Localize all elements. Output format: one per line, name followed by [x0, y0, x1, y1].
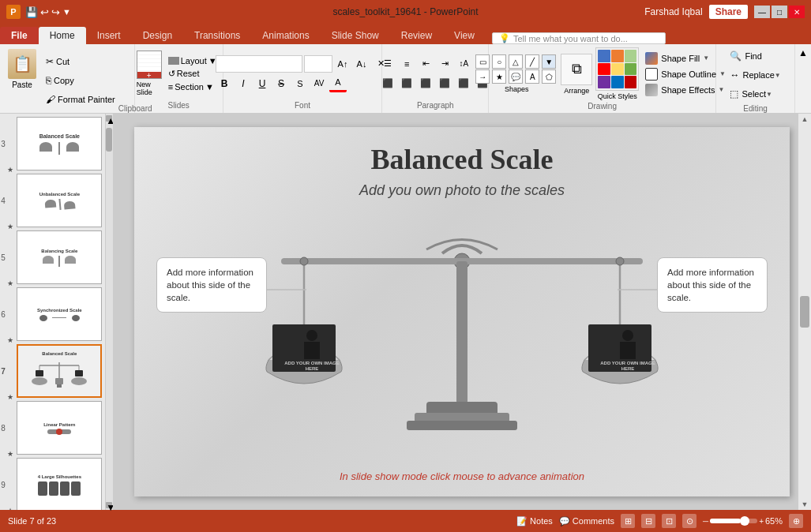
align-left-button[interactable]: ⬛ — [379, 75, 396, 92]
customize-icon[interactable]: ▼ — [62, 7, 71, 17]
tab-transitions[interactable]: Transitions — [183, 27, 251, 44]
justify-button[interactable]: ⬛ — [436, 75, 453, 92]
zoom-handle[interactable] — [740, 516, 749, 526]
grid-view-button[interactable]: ⊟ — [641, 514, 655, 528]
canvas-scroll-down[interactable]: ▼ — [800, 499, 810, 510]
tab-animations[interactable]: Animations — [251, 27, 320, 44]
slide-thumb-9[interactable]: 4 Large Silhouettes — [17, 458, 102, 510]
callout-left[interactable]: Add more information about this side of … — [156, 257, 267, 313]
close-button[interactable]: ✕ — [789, 6, 805, 18]
tab-review[interactable]: Review — [390, 27, 443, 44]
quick-styles-label: Quick Styles — [598, 92, 637, 100]
save-icon[interactable]: 💾 — [25, 6, 38, 18]
zoom-slider[interactable] — [710, 519, 757, 523]
ribbon-collapse[interactable]: ▲ — [795, 44, 811, 113]
align-right-button[interactable]: ⬛ — [417, 75, 434, 92]
italic-button[interactable]: I — [235, 75, 252, 92]
font-shrink-button[interactable]: A↓ — [353, 55, 370, 73]
canvas-scroll-up[interactable]: ▲ — [800, 114, 810, 125]
tab-slideshow[interactable]: Slide Show — [321, 27, 390, 44]
undo-icon[interactable]: ↩ — [40, 6, 49, 18]
slide-thumb-7[interactable]: Balanced Scale — [17, 344, 102, 398]
slide[interactable]: Balanced Scale Add you own photo to the … — [134, 127, 790, 496]
share-button[interactable]: Share — [709, 5, 748, 19]
font-name-input[interactable] — [216, 55, 302, 73]
normal-view-button[interactable]: ⊞ — [621, 514, 635, 528]
scroll-down-arrow[interactable]: ▼ — [106, 502, 112, 508]
copy-button[interactable]: ⎘Copy — [43, 72, 118, 89]
font-color-button[interactable]: A — [329, 75, 347, 92]
reset-button[interactable]: ↺ Reset — [164, 68, 221, 80]
reading-view-button[interactable]: ⊡ — [662, 514, 676, 528]
scroll-up-arrow[interactable]: ▲ — [106, 115, 112, 122]
fit-slide-button[interactable]: ⊕ — [789, 514, 803, 528]
thumb-3-content: Balanced Scale — [38, 132, 81, 156]
tab-insert[interactable]: Insert — [86, 27, 132, 44]
quick-styles-button[interactable]: Quick Styles — [595, 47, 639, 100]
shape-triangle[interactable]: △ — [509, 54, 523, 69]
tab-home[interactable]: Home — [39, 27, 86, 44]
right-pan-image[interactable]: ADD YOUR OWN IMAGE HERE — [596, 327, 659, 374]
slide-thumb-6[interactable]: Synchronized Scale — [17, 287, 102, 341]
presenter-view-button[interactable]: ⊙ — [682, 514, 696, 528]
comments-button[interactable]: 💬 Comments — [559, 516, 614, 526]
bullet-list-button[interactable]: ☰ — [379, 55, 396, 73]
layout-button[interactable]: Layout▼ — [164, 55, 221, 66]
align-center-button[interactable]: ⬛ — [398, 75, 415, 92]
zoom-minus[interactable]: ─ — [703, 517, 708, 526]
shape-rect[interactable]: ▭ — [475, 54, 490, 69]
replace-button[interactable]: ↔ Replace ▼ — [727, 66, 783, 84]
slide-thumb-8[interactable]: Linear Pattern — [17, 401, 102, 455]
text-direction-button[interactable]: ↕A — [455, 55, 472, 73]
columns-button[interactable]: ⬛ — [455, 75, 472, 92]
slide-thumb-3[interactable]: Balanced Scale — [17, 117, 102, 170]
tab-view[interactable]: View — [443, 27, 486, 44]
maximize-button[interactable]: □ — [772, 6, 787, 18]
scroll-thumb[interactable] — [106, 128, 112, 152]
canvas-scrollbar[interactable]: ▲ ▼ — [798, 114, 811, 510]
zoom-controls[interactable]: ─ + 65% — [703, 516, 783, 526]
numbered-list-button[interactable]: ≡ — [398, 55, 415, 73]
minimize-button[interactable]: — — [754, 6, 770, 18]
notes-button[interactable]: 📝 Notes — [516, 516, 553, 526]
shape-more[interactable]: ▼ — [542, 54, 556, 69]
shape-pentagon[interactable]: ⬠ — [542, 69, 556, 84]
callout-right[interactable]: Add more information about this side of … — [657, 257, 768, 313]
shape-arrow[interactable]: → — [475, 69, 490, 84]
select-button[interactable]: ⬚ Select ▼ — [727, 85, 783, 103]
slide-thumb-5[interactable]: Balancing Scale — [17, 230, 102, 284]
arrange-button[interactable]: ⧉ Arrange — [561, 54, 592, 95]
increase-indent-button[interactable]: ⇥ — [436, 55, 453, 73]
select-label: Select — [742, 89, 766, 99]
format-painter-button[interactable]: 🖌Format Painter — [43, 91, 118, 108]
slide-panel-scrollbar[interactable]: ▲ ▼ — [106, 114, 113, 510]
slide-thumb-4[interactable]: Unbalanced Scale — [17, 174, 102, 227]
decrease-indent-button[interactable]: ⇤ — [417, 55, 434, 73]
section-button[interactable]: ≡ Section▼ — [164, 81, 221, 92]
font-grow-button[interactable]: A↑ — [334, 55, 351, 73]
shape-callout[interactable]: 💬 — [509, 69, 523, 84]
font-size-input[interactable] — [304, 55, 332, 73]
left-pan-image[interactable]: ADD YOUR OWN IMAGE HERE — [280, 327, 344, 374]
shadow-button[interactable]: S — [291, 75, 309, 92]
zoom-plus[interactable]: + — [759, 517, 764, 526]
cut-button[interactable]: ✂Cut — [43, 53, 118, 70]
shape-circle[interactable]: ○ — [492, 54, 506, 69]
find-button[interactable]: 🔍 Find — [727, 47, 783, 65]
new-slide-button[interactable]: + New Slide — [137, 51, 162, 96]
shapes-button[interactable]: ▭ ○ △ ╱ ▼ → ★ 💬 A ⬠ Shapes — [475, 54, 558, 93]
help-search[interactable]: 💡 Tell me what you want to do... — [492, 32, 666, 44]
strikethrough-button[interactable]: S — [272, 75, 290, 92]
underline-button[interactable]: U — [253, 75, 271, 92]
redo-icon[interactable]: ↪ — [51, 6, 60, 18]
shape-text[interactable]: A — [525, 69, 539, 84]
tab-design[interactable]: Design — [132, 27, 183, 44]
shape-line[interactable]: ╱ — [525, 54, 539, 69]
paste-button[interactable]: 📋 Paste — [3, 47, 41, 113]
tab-file[interactable]: File — [0, 27, 39, 44]
bold-button[interactable]: B — [216, 75, 233, 92]
char-spacing-button[interactable]: AV — [310, 75, 328, 92]
canvas-scroll-thumb[interactable] — [800, 296, 809, 328]
format-painter-label: Format Painter — [58, 95, 115, 104]
shape-star[interactable]: ★ — [492, 69, 506, 84]
